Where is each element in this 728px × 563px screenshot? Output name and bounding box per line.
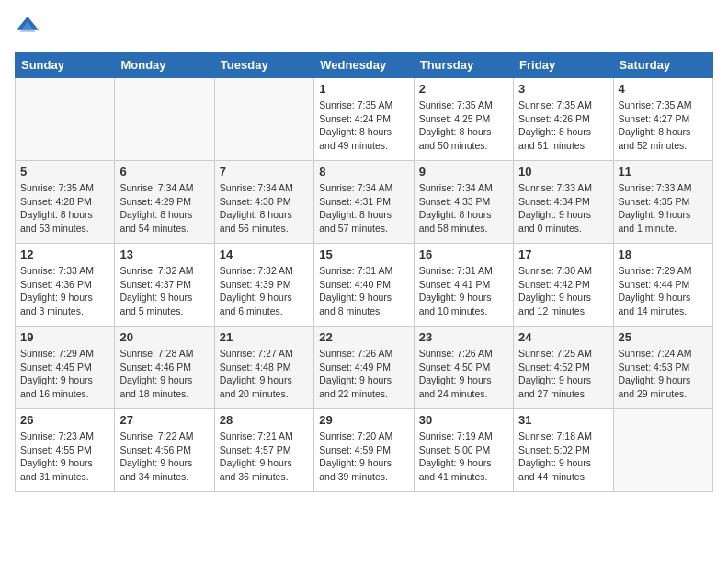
day-info: Sunrise: 7:34 AM Sunset: 4:31 PM Dayligh… (319, 181, 408, 236)
day-number: 15 (319, 247, 408, 261)
day-info: Sunrise: 7:35 AM Sunset: 4:27 PM Dayligh… (619, 98, 708, 153)
day-number: 29 (319, 413, 408, 427)
day-info: Sunrise: 7:27 AM Sunset: 4:48 PM Dayligh… (220, 347, 309, 401)
day-number: 20 (119, 330, 209, 344)
day-number: 24 (518, 330, 608, 344)
day-number: 26 (20, 413, 109, 427)
day-info: Sunrise: 7:34 AM Sunset: 4:33 PM Dayligh… (419, 181, 508, 236)
day-number: 4 (619, 82, 708, 96)
day-number: 18 (619, 247, 708, 261)
calendar-cell: 3Sunrise: 7:35 AM Sunset: 4:26 PM Daylig… (514, 78, 613, 161)
calendar-cell: 18Sunrise: 7:29 AM Sunset: 4:44 PM Dayli… (613, 244, 712, 327)
calendar-cell: 28Sunrise: 7:21 AM Sunset: 4:57 PM Dayli… (214, 409, 313, 492)
calendar-cell: 19Sunrise: 7:29 AM Sunset: 4:45 PM Dayli… (16, 327, 115, 409)
day-info: Sunrise: 7:22 AM Sunset: 4:56 PM Dayligh… (119, 430, 209, 484)
day-info: Sunrise: 7:29 AM Sunset: 4:44 PM Dayligh… (619, 264, 708, 318)
logo-icon (15, 15, 40, 40)
calendar-week-2: 5Sunrise: 7:35 AM Sunset: 4:28 PM Daylig… (16, 161, 713, 244)
calendar-cell: 12Sunrise: 7:33 AM Sunset: 4:36 PM Dayli… (16, 244, 115, 327)
calendar-cell: 7Sunrise: 7:34 AM Sunset: 4:30 PM Daylig… (214, 161, 313, 244)
calendar-cell: 11Sunrise: 7:33 AM Sunset: 4:35 PM Dayli… (613, 161, 712, 244)
day-number: 17 (518, 247, 608, 261)
day-info: Sunrise: 7:32 AM Sunset: 4:39 PM Dayligh… (220, 264, 309, 318)
day-number: 1 (319, 82, 408, 96)
day-info: Sunrise: 7:35 AM Sunset: 4:28 PM Dayligh… (20, 181, 109, 236)
day-info: Sunrise: 7:33 AM Sunset: 4:36 PM Dayligh… (20, 264, 109, 318)
calendar-week-3: 12Sunrise: 7:33 AM Sunset: 4:36 PM Dayli… (16, 244, 713, 327)
day-number: 10 (518, 165, 608, 178)
calendar-cell: 30Sunrise: 7:19 AM Sunset: 5:00 PM Dayli… (414, 409, 513, 492)
day-info: Sunrise: 7:31 AM Sunset: 4:41 PM Dayligh… (419, 264, 508, 318)
day-number: 27 (119, 413, 209, 427)
weekday-header-wednesday: Wednesday (314, 52, 414, 78)
calendar-cell: 24Sunrise: 7:25 AM Sunset: 4:52 PM Dayli… (514, 327, 613, 409)
day-info: Sunrise: 7:18 AM Sunset: 5:02 PM Dayligh… (518, 430, 608, 484)
day-number: 7 (220, 165, 309, 178)
day-info: Sunrise: 7:28 AM Sunset: 4:46 PM Dayligh… (119, 347, 209, 401)
weekday-header-saturday: Saturday (613, 52, 712, 78)
calendar-cell: 9Sunrise: 7:34 AM Sunset: 4:33 PM Daylig… (414, 161, 513, 244)
day-number: 11 (619, 165, 708, 178)
calendar-cell: 22Sunrise: 7:26 AM Sunset: 4:49 PM Dayli… (314, 327, 414, 409)
day-info: Sunrise: 7:29 AM Sunset: 4:45 PM Dayligh… (20, 347, 109, 401)
day-number: 30 (419, 413, 508, 427)
weekday-header-monday: Monday (115, 52, 214, 78)
calendar-cell: 1Sunrise: 7:35 AM Sunset: 4:24 PM Daylig… (314, 78, 414, 161)
day-number: 2 (419, 82, 508, 96)
calendar-week-5: 26Sunrise: 7:23 AM Sunset: 4:55 PM Dayli… (16, 409, 713, 492)
calendar-cell: 8Sunrise: 7:34 AM Sunset: 4:31 PM Daylig… (314, 161, 414, 244)
calendar-cell: 6Sunrise: 7:34 AM Sunset: 4:29 PM Daylig… (115, 161, 214, 244)
day-number: 22 (319, 330, 408, 344)
weekday-header-row: SundayMondayTuesdayWednesdayThursdayFrid… (16, 52, 713, 78)
day-number: 14 (220, 247, 309, 261)
calendar-cell: 26Sunrise: 7:23 AM Sunset: 4:55 PM Dayli… (16, 409, 115, 492)
day-number: 6 (119, 165, 209, 178)
calendar-cell (16, 78, 115, 161)
day-info: Sunrise: 7:33 AM Sunset: 4:34 PM Dayligh… (518, 181, 608, 236)
header (15, 15, 713, 40)
weekday-header-thursday: Thursday (414, 52, 513, 78)
day-info: Sunrise: 7:34 AM Sunset: 4:30 PM Dayligh… (220, 181, 309, 236)
calendar-cell: 2Sunrise: 7:35 AM Sunset: 4:25 PM Daylig… (414, 78, 513, 161)
calendar-cell: 15Sunrise: 7:31 AM Sunset: 4:40 PM Dayli… (314, 244, 414, 327)
calendar-week-1: 1Sunrise: 7:35 AM Sunset: 4:24 PM Daylig… (16, 78, 713, 161)
calendar-cell: 31Sunrise: 7:18 AM Sunset: 5:02 PM Dayli… (514, 409, 613, 492)
day-number: 3 (518, 82, 608, 96)
day-info: Sunrise: 7:34 AM Sunset: 4:29 PM Dayligh… (119, 181, 209, 236)
day-info: Sunrise: 7:23 AM Sunset: 4:55 PM Dayligh… (20, 430, 109, 484)
day-number: 8 (319, 165, 408, 178)
day-info: Sunrise: 7:25 AM Sunset: 4:52 PM Dayligh… (518, 347, 608, 401)
day-number: 19 (20, 330, 109, 344)
calendar-cell: 21Sunrise: 7:27 AM Sunset: 4:48 PM Dayli… (214, 327, 313, 409)
day-number: 13 (119, 247, 209, 261)
day-number: 16 (419, 247, 508, 261)
calendar-cell: 4Sunrise: 7:35 AM Sunset: 4:27 PM Daylig… (613, 78, 712, 161)
day-number: 28 (220, 413, 309, 427)
day-number: 9 (419, 165, 508, 178)
day-info: Sunrise: 7:35 AM Sunset: 4:25 PM Dayligh… (419, 98, 508, 153)
calendar-table: SundayMondayTuesdayWednesdayThursdayFrid… (15, 52, 713, 492)
calendar-cell (115, 78, 214, 161)
day-number: 21 (220, 330, 309, 344)
day-info: Sunrise: 7:21 AM Sunset: 4:57 PM Dayligh… (220, 430, 309, 484)
calendar-cell (214, 78, 313, 161)
logo (15, 15, 44, 40)
calendar-cell: 27Sunrise: 7:22 AM Sunset: 4:56 PM Dayli… (115, 409, 214, 492)
calendar-cell: 23Sunrise: 7:26 AM Sunset: 4:50 PM Dayli… (414, 327, 513, 409)
day-number: 23 (419, 330, 508, 344)
calendar-cell: 5Sunrise: 7:35 AM Sunset: 4:28 PM Daylig… (16, 161, 115, 244)
calendar-cell (613, 409, 712, 492)
calendar-cell: 29Sunrise: 7:20 AM Sunset: 4:59 PM Dayli… (314, 409, 414, 492)
day-number: 12 (20, 247, 109, 261)
calendar-week-4: 19Sunrise: 7:29 AM Sunset: 4:45 PM Dayli… (16, 327, 713, 409)
day-info: Sunrise: 7:31 AM Sunset: 4:40 PM Dayligh… (319, 264, 408, 318)
day-info: Sunrise: 7:33 AM Sunset: 4:35 PM Dayligh… (619, 181, 708, 236)
day-info: Sunrise: 7:24 AM Sunset: 4:53 PM Dayligh… (619, 347, 708, 401)
day-info: Sunrise: 7:19 AM Sunset: 5:00 PM Dayligh… (419, 430, 508, 484)
day-number: 31 (518, 413, 608, 427)
calendar-cell: 14Sunrise: 7:32 AM Sunset: 4:39 PM Dayli… (214, 244, 313, 327)
calendar-cell: 13Sunrise: 7:32 AM Sunset: 4:37 PM Dayli… (115, 244, 214, 327)
day-info: Sunrise: 7:26 AM Sunset: 4:49 PM Dayligh… (319, 347, 408, 401)
calendar-cell: 25Sunrise: 7:24 AM Sunset: 4:53 PM Dayli… (613, 327, 712, 409)
day-info: Sunrise: 7:35 AM Sunset: 4:26 PM Dayligh… (518, 98, 608, 153)
